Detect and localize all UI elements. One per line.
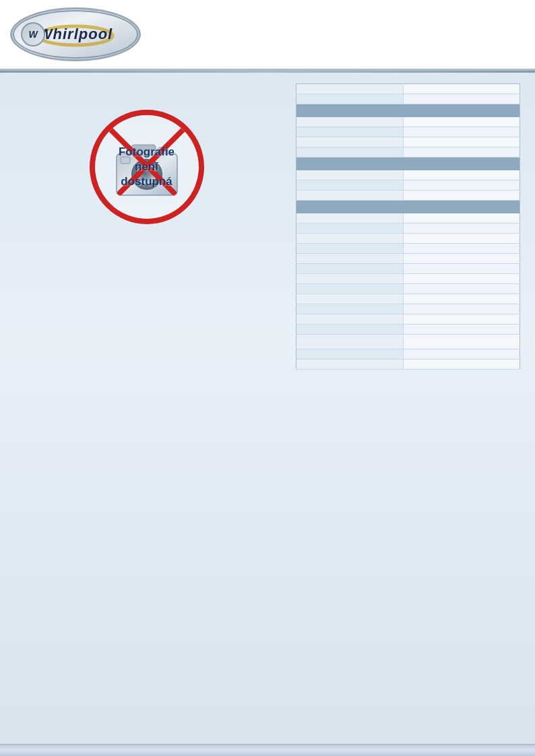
table-row	[296, 314, 520, 324]
spec-label	[296, 127, 404, 137]
spec-label	[296, 224, 404, 234]
table-row	[296, 335, 520, 349]
spec-value	[404, 170, 520, 180]
spec-label	[296, 294, 404, 304]
spec-value	[404, 324, 520, 335]
left-panel: Fotografie není dostupná	[0, 73, 293, 744]
spec-label	[296, 335, 404, 349]
spec-label	[296, 117, 404, 127]
logo-container: Whirlpool W	[10, 7, 141, 61]
page-wrapper: Whirlpool W	[0, 0, 535, 756]
spec-value	[404, 314, 520, 324]
table-row	[296, 234, 520, 244]
specs-table	[296, 83, 520, 370]
table-row	[296, 213, 520, 224]
spec-value	[404, 94, 520, 104]
table-row	[296, 117, 520, 127]
spec-label	[296, 274, 404, 284]
spec-value	[404, 294, 520, 304]
spec-label	[296, 349, 404, 359]
spec-value	[404, 234, 520, 244]
spec-value	[404, 127, 520, 137]
spec-label	[296, 254, 404, 264]
table-row	[296, 304, 520, 314]
no-photo-line2-text: není	[135, 160, 158, 173]
logo-oval: Whirlpool W	[13, 10, 138, 59]
spec-value	[404, 264, 520, 274]
spec-label	[296, 147, 404, 158]
spec-value	[404, 191, 520, 201]
logo-w-emblem: W	[21, 22, 45, 46]
spec-value	[404, 349, 520, 359]
no-photo-circle: Fotografie není dostupná	[90, 110, 204, 224]
right-panel	[293, 78, 526, 744]
table-row	[296, 349, 520, 359]
header: Whirlpool W	[0, 0, 535, 71]
spec-label	[296, 264, 404, 274]
section-header-row	[296, 104, 520, 118]
spec-label	[296, 191, 404, 201]
spec-value	[404, 137, 520, 147]
logo-w-letter: W	[28, 29, 37, 40]
spec-value	[404, 244, 520, 254]
spec-value	[404, 335, 520, 349]
spec-value	[404, 147, 520, 158]
section-header-row	[296, 158, 520, 171]
spec-value	[404, 274, 520, 284]
spec-label	[296, 304, 404, 314]
no-photo-placeholder: Fotografie není dostupná	[80, 106, 214, 228]
table-row	[296, 244, 520, 254]
spec-label	[296, 180, 404, 191]
table-row	[296, 224, 520, 234]
spec-value	[404, 254, 520, 264]
logo-text: Whirlpool	[38, 26, 113, 43]
content-area: Fotografie není dostupná	[0, 73, 535, 744]
table-row	[296, 170, 520, 180]
no-photo-line3-text: dostupná	[121, 175, 172, 188]
table-row	[296, 147, 520, 158]
footer	[0, 744, 535, 756]
spec-value	[404, 284, 520, 294]
table-row	[296, 274, 520, 284]
spec-value	[404, 213, 520, 224]
spec-value	[404, 304, 520, 314]
table-row	[296, 264, 520, 274]
table-row	[296, 284, 520, 294]
spec-label	[296, 244, 404, 254]
spec-label	[296, 84, 404, 94]
no-photo-text: Fotografie není dostupná	[119, 145, 175, 189]
spec-label	[296, 324, 404, 335]
table-row	[296, 254, 520, 264]
no-photo-line1-text: Fotografie	[119, 145, 175, 158]
section-header	[296, 104, 520, 118]
section-header-row	[296, 201, 520, 214]
section-header	[296, 201, 520, 214]
table-row	[296, 324, 520, 335]
spec-value	[404, 180, 520, 191]
section-header	[296, 158, 520, 171]
table-row	[296, 127, 520, 137]
table-row	[296, 84, 520, 94]
spec-label	[296, 314, 404, 324]
table-row	[296, 180, 520, 191]
spec-value	[404, 117, 520, 127]
table-row	[296, 359, 520, 370]
table-row	[296, 137, 520, 147]
spec-label	[296, 359, 404, 370]
spec-label	[296, 170, 404, 180]
table-row	[296, 294, 520, 304]
spec-label	[296, 137, 404, 147]
table-row	[296, 94, 520, 104]
spec-label	[296, 234, 404, 244]
spec-label	[296, 213, 404, 224]
spec-label	[296, 284, 404, 294]
spec-value	[404, 359, 520, 370]
table-row	[296, 191, 520, 201]
spec-label	[296, 94, 404, 104]
spec-value	[404, 84, 520, 94]
spec-value	[404, 224, 520, 234]
